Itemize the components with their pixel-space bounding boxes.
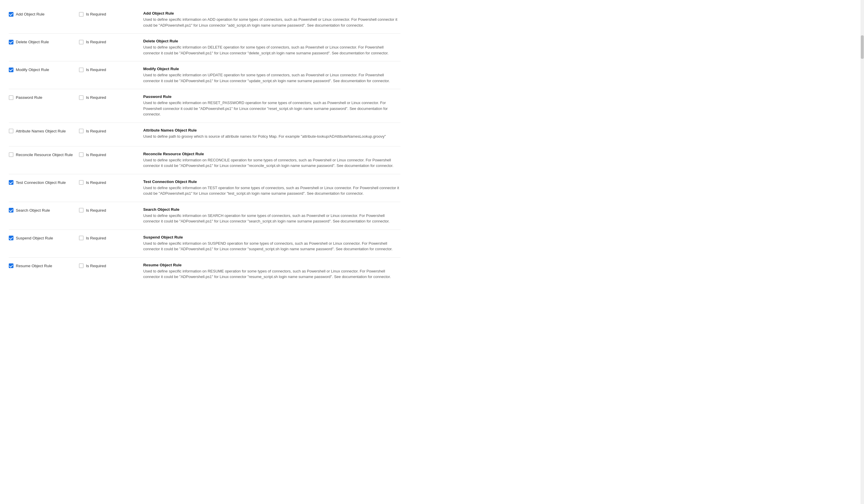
rule-label-password-rule: Password Rule <box>16 95 43 100</box>
is-required-label-reconcile-resource-object-rule: Is Required <box>86 152 106 158</box>
is-required-label-suspend-object-rule: Is Required <box>86 236 106 241</box>
rule-left-add-object-rule: Add Object Rule <box>9 11 79 17</box>
rule-left-password-rule: Password Rule <box>9 94 79 100</box>
rule-checkbox-wrapper-attribute-names-object-rule[interactable]: Attribute Names Object Rule <box>9 129 66 134</box>
rule-title-password-rule: Password Rule <box>143 94 400 99</box>
rule-checkbox-wrapper-delete-object-rule[interactable]: Delete Object Rule <box>9 39 49 45</box>
is-required-checkbox-password-rule[interactable] <box>79 95 84 100</box>
rule-label-search-object-rule: Search Object Rule <box>16 208 50 213</box>
rule-row-add-object-rule: Add Object RuleIs RequiredAdd Object Rul… <box>0 6 409 33</box>
rule-checkbox-delete-object-rule[interactable] <box>9 40 13 45</box>
rule-right-add-object-rule: Add Object RuleUsed to define specific i… <box>137 11 400 28</box>
rule-left-resume-object-rule: Resume Object Rule <box>9 263 79 269</box>
rule-title-reconcile-resource-object-rule: Reconcile Resource Object Rule <box>143 152 400 156</box>
rule-checkbox-modify-object-rule[interactable] <box>9 68 13 72</box>
is-required-checkbox-resume-object-rule[interactable] <box>79 263 84 268</box>
rule-middle-search-object-rule: Is Required <box>79 207 137 213</box>
rule-label-reconcile-resource-object-rule: Reconcile Resource Object Rule <box>16 152 73 158</box>
is-required-wrapper-resume-object-rule[interactable]: Is Required <box>79 263 106 269</box>
rule-description-add-object-rule: Used to define specific information on A… <box>143 17 400 28</box>
rule-checkbox-suspend-object-rule[interactable] <box>9 236 13 240</box>
rule-middle-attribute-names-object-rule: Is Required <box>79 128 137 134</box>
rule-title-attribute-names-object-rule: Attribute Names Object Rule <box>143 128 400 132</box>
is-required-wrapper-search-object-rule[interactable]: Is Required <box>79 208 106 213</box>
rule-description-delete-object-rule: Used to define specific information on D… <box>143 45 400 56</box>
rule-right-reconcile-resource-object-rule: Reconcile Resource Object RuleUsed to de… <box>137 152 400 169</box>
rule-checkbox-test-connection-object-rule[interactable] <box>9 180 13 185</box>
rule-checkbox-password-rule[interactable] <box>9 95 13 100</box>
is-required-label-password-rule: Is Required <box>86 95 106 100</box>
rule-label-add-object-rule: Add Object Rule <box>16 12 45 17</box>
rule-checkbox-wrapper-modify-object-rule[interactable]: Modify Object Rule <box>9 67 49 72</box>
rule-row-reconcile-resource-object-rule: Reconcile Resource Object RuleIs Require… <box>0 146 409 174</box>
is-required-checkbox-suspend-object-rule[interactable] <box>79 236 84 240</box>
is-required-checkbox-attribute-names-object-rule[interactable] <box>79 129 84 133</box>
is-required-wrapper-test-connection-object-rule[interactable]: Is Required <box>79 180 106 185</box>
is-required-checkbox-add-object-rule[interactable] <box>79 12 84 17</box>
is-required-wrapper-add-object-rule[interactable]: Is Required <box>79 12 106 17</box>
rule-title-resume-object-rule: Resume Object Rule <box>143 263 400 267</box>
is-required-wrapper-modify-object-rule[interactable]: Is Required <box>79 67 106 72</box>
rule-label-attribute-names-object-rule: Attribute Names Object Rule <box>16 129 66 134</box>
is-required-label-delete-object-rule: Is Required <box>86 39 106 45</box>
is-required-label-search-object-rule: Is Required <box>86 208 106 213</box>
rule-left-suspend-object-rule: Suspend Object Rule <box>9 235 79 241</box>
rule-checkbox-attribute-names-object-rule[interactable] <box>9 129 13 133</box>
rule-checkbox-wrapper-add-object-rule[interactable]: Add Object Rule <box>9 12 45 17</box>
rule-left-attribute-names-object-rule: Attribute Names Object Rule <box>9 128 79 134</box>
rule-checkbox-wrapper-search-object-rule[interactable]: Search Object Rule <box>9 208 50 213</box>
rule-middle-modify-object-rule: Is Required <box>79 67 137 72</box>
page-container: Add Object RuleIs RequiredAdd Object Rul… <box>0 0 864 504</box>
rule-description-password-rule: Used to define specific information on R… <box>143 100 400 117</box>
rule-middle-suspend-object-rule: Is Required <box>79 235 137 241</box>
rule-middle-test-connection-object-rule: Is Required <box>79 180 137 185</box>
rule-right-resume-object-rule: Resume Object RuleUsed to define specifi… <box>137 263 400 280</box>
rule-description-resume-object-rule: Used to define specific information on R… <box>143 268 400 280</box>
rule-description-test-connection-object-rule: Used to define specific information on T… <box>143 185 400 196</box>
rule-row-suspend-object-rule: Suspend Object RuleIs RequiredSuspend Ob… <box>0 230 409 257</box>
rule-description-search-object-rule: Used to define specific information on S… <box>143 213 400 224</box>
scrollbar-thumb[interactable] <box>861 35 864 59</box>
is-required-checkbox-modify-object-rule[interactable] <box>79 68 84 72</box>
rule-left-test-connection-object-rule: Test Connection Object Rule <box>9 180 79 185</box>
rule-right-search-object-rule: Search Object RuleUsed to define specifi… <box>137 207 400 224</box>
scrollbar[interactable] <box>861 0 864 504</box>
rule-checkbox-resume-object-rule[interactable] <box>9 263 13 268</box>
is-required-checkbox-test-connection-object-rule[interactable] <box>79 180 84 185</box>
rule-left-delete-object-rule: Delete Object Rule <box>9 39 79 45</box>
is-required-checkbox-delete-object-rule[interactable] <box>79 40 84 45</box>
rule-label-modify-object-rule: Modify Object Rule <box>16 67 49 72</box>
rule-middle-password-rule: Is Required <box>79 94 137 100</box>
rule-row-test-connection-object-rule: Test Connection Object RuleIs RequiredTe… <box>0 174 409 202</box>
is-required-wrapper-delete-object-rule[interactable]: Is Required <box>79 39 106 45</box>
rule-checkbox-add-object-rule[interactable] <box>9 12 13 17</box>
rule-left-search-object-rule: Search Object Rule <box>9 207 79 213</box>
is-required-wrapper-suspend-object-rule[interactable]: Is Required <box>79 236 106 241</box>
is-required-wrapper-reconcile-resource-object-rule[interactable]: Is Required <box>79 152 106 158</box>
is-required-label-attribute-names-object-rule: Is Required <box>86 129 106 134</box>
rule-right-test-connection-object-rule: Test Connection Object RuleUsed to defin… <box>137 180 400 196</box>
rule-right-password-rule: Password RuleUsed to define specific inf… <box>137 94 400 117</box>
is-required-checkbox-search-object-rule[interactable] <box>79 208 84 213</box>
rule-title-test-connection-object-rule: Test Connection Object Rule <box>143 180 400 184</box>
is-required-wrapper-attribute-names-object-rule[interactable]: Is Required <box>79 129 106 134</box>
is-required-label-test-connection-object-rule: Is Required <box>86 180 106 185</box>
is-required-wrapper-password-rule[interactable]: Is Required <box>79 95 106 100</box>
rule-title-add-object-rule: Add Object Rule <box>143 11 400 15</box>
rule-checkbox-search-object-rule[interactable] <box>9 208 13 213</box>
rule-checkbox-wrapper-reconcile-resource-object-rule[interactable]: Reconcile Resource Object Rule <box>9 152 73 158</box>
rule-title-suspend-object-rule: Suspend Object Rule <box>143 235 400 239</box>
rule-middle-reconcile-resource-object-rule: Is Required <box>79 152 137 158</box>
is-required-checkbox-reconcile-resource-object-rule[interactable] <box>79 152 84 157</box>
rule-checkbox-reconcile-resource-object-rule[interactable] <box>9 152 13 157</box>
rule-checkbox-wrapper-test-connection-object-rule[interactable]: Test Connection Object Rule <box>9 180 66 185</box>
rule-description-attribute-names-object-rule: Used to define path to groovy which is s… <box>143 134 400 140</box>
rule-left-reconcile-resource-object-rule: Reconcile Resource Object Rule <box>9 152 79 158</box>
rule-checkbox-wrapper-suspend-object-rule[interactable]: Suspend Object Rule <box>9 236 53 241</box>
rule-row-resume-object-rule: Resume Object RuleIs RequiredResume Obje… <box>0 257 409 285</box>
rule-checkbox-wrapper-password-rule[interactable]: Password Rule <box>9 95 43 100</box>
rule-row-delete-object-rule: Delete Object RuleIs RequiredDelete Obje… <box>0 34 409 61</box>
rule-checkbox-wrapper-resume-object-rule[interactable]: Resume Object Rule <box>9 263 52 269</box>
rule-label-suspend-object-rule: Suspend Object Rule <box>16 236 53 241</box>
is-required-label-resume-object-rule: Is Required <box>86 263 106 269</box>
